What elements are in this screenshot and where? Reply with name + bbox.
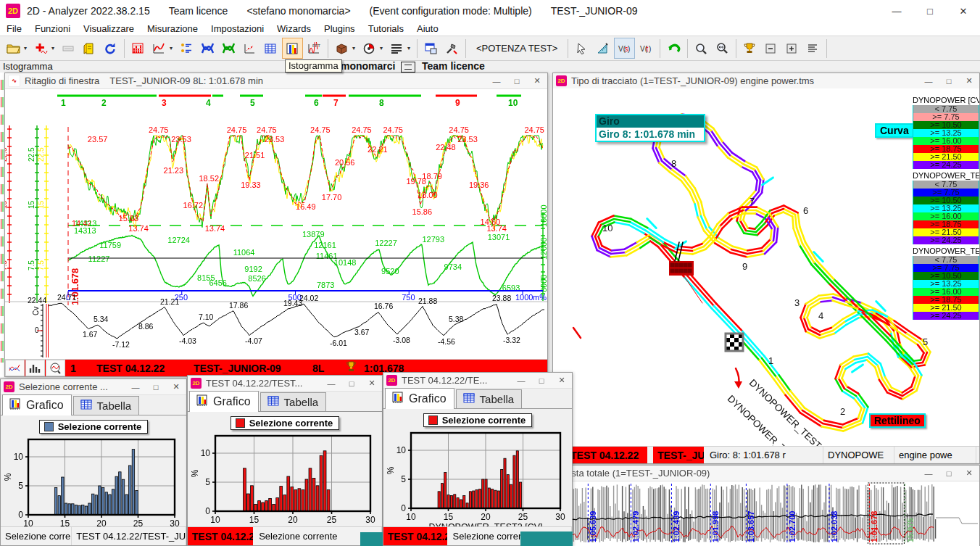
main-chart-canvas[interactable] bbox=[5, 89, 547, 360]
trophy-icon[interactable] bbox=[740, 38, 760, 58]
close-button[interactable]: ✕ bbox=[166, 379, 186, 394]
menu-item-plugins[interactable]: Plugins bbox=[317, 23, 362, 34]
tab-tabella[interactable]: Tabella bbox=[73, 396, 140, 415]
histogram-titlebar[interactable]: 2DSelezione corrente ...—□✕ bbox=[1, 379, 186, 395]
svg-text:30: 30 bbox=[555, 512, 565, 522]
menu-item-impostazioni[interactable]: Impostazioni bbox=[204, 23, 270, 34]
tool-settings-icon[interactable] bbox=[442, 38, 462, 58]
target-red-icon[interactable] bbox=[360, 38, 379, 58]
minimize-button[interactable]: — bbox=[918, 73, 939, 88]
zoom-width-icon[interactable] bbox=[713, 38, 732, 58]
tab-grafico[interactable]: Grafico bbox=[189, 391, 259, 412]
undo-green-icon[interactable] bbox=[664, 38, 684, 58]
menu-item-funzioni[interactable]: Funzioni bbox=[28, 23, 77, 34]
save-window-icon[interactable] bbox=[421, 38, 441, 58]
histogram-bar bbox=[122, 479, 124, 515]
histogram-chart[interactable]: 10152025300510DYNOPOWER_TEST2 [CV]% bbox=[386, 430, 569, 539]
vista-chart-canvas[interactable] bbox=[553, 481, 979, 546]
menu-item-wizards[interactable]: Wizards bbox=[270, 23, 317, 34]
menu-item-misurazione[interactable]: Misurazione bbox=[141, 23, 204, 34]
maximize-button[interactable]: □ bbox=[507, 73, 527, 88]
vs-tool-icon[interactable]: V(s) bbox=[614, 38, 635, 59]
row-lines-icon[interactable] bbox=[387, 38, 407, 58]
histogram-titlebar[interactable]: 2DTEST 04.12.22/TE...—□✕ bbox=[383, 373, 572, 389]
vista-titlebar[interactable]: Vista totale (1=TEST-_JUNIOR-09) — □ ✕ bbox=[553, 466, 979, 481]
minus-box-icon[interactable] bbox=[761, 38, 781, 58]
mini-zoom-icon[interactable] bbox=[46, 360, 65, 376]
xy-green-icon[interactable] bbox=[219, 38, 238, 58]
minimize-button[interactable]: — bbox=[918, 466, 939, 481]
close-button[interactable]: ✕ bbox=[947, 0, 980, 22]
scatter-icon[interactable] bbox=[240, 38, 259, 58]
plus-box-icon[interactable] bbox=[782, 38, 802, 58]
close-button[interactable]: ✕ bbox=[527, 73, 547, 88]
add-curve-icon[interactable] bbox=[31, 38, 51, 58]
menu-item-tutorials[interactable]: Tutorials bbox=[362, 23, 410, 34]
open-folder-icon[interactable] bbox=[4, 38, 23, 58]
maximize-button[interactable]: □ bbox=[341, 376, 362, 391]
close-button[interactable]: ✕ bbox=[362, 376, 382, 391]
minimize-button[interactable]: — bbox=[125, 379, 146, 394]
tab-grafico[interactable]: Grafico bbox=[385, 388, 454, 409]
series-legend: Selezione corrente bbox=[231, 416, 340, 430]
maximize-button[interactable]: □ bbox=[939, 466, 959, 481]
curva-button[interactable]: Curva bbox=[875, 123, 914, 138]
menu-item-visualizzare[interactable]: Visualizzare bbox=[77, 23, 141, 34]
tab-grafico[interactable]: Grafico bbox=[2, 394, 72, 415]
close-button[interactable]: ✕ bbox=[959, 73, 979, 88]
status-cell: 8L bbox=[308, 360, 339, 376]
event-selector[interactable]: <POTENZA TEST> bbox=[469, 43, 565, 54]
histo-red-icon[interactable] bbox=[128, 38, 148, 58]
reload-blue-icon[interactable] bbox=[101, 38, 120, 58]
measure-disabled-icon[interactable] bbox=[59, 38, 78, 58]
menu-item-aiuto[interactable]: Aiuto bbox=[410, 23, 445, 34]
minimize-button[interactable]: — bbox=[880, 0, 913, 22]
svg-text:10: 10 bbox=[406, 512, 416, 522]
histogram-bar bbox=[312, 478, 315, 511]
rettilineo-button[interactable]: Rettilineo bbox=[869, 413, 926, 428]
close-button[interactable]: ✕ bbox=[552, 373, 572, 388]
grafico-icon bbox=[391, 391, 405, 407]
zoom-icon[interactable] bbox=[692, 38, 711, 58]
open-folder-dropdown-arrow[interactable]: ▾ bbox=[24, 38, 30, 58]
mini-curves-icon[interactable] bbox=[5, 360, 25, 376]
ruler-icon[interactable] bbox=[593, 38, 612, 58]
align-list-icon[interactable] bbox=[803, 38, 823, 58]
menu-item-file[interactable]: File bbox=[0, 23, 28, 34]
histogram-chart[interactable]: 10152025300510DYNOPOWER_TEST [CV]% bbox=[191, 433, 379, 542]
minimize-button[interactable]: — bbox=[511, 373, 531, 388]
tab-tabella[interactable]: Tabella bbox=[260, 392, 327, 411]
legend-row: >= 24.25 bbox=[913, 236, 979, 244]
maximize-button[interactable]: □ bbox=[939, 73, 959, 88]
minimize-button[interactable]: — bbox=[486, 73, 507, 88]
mini-histo-icon[interactable] bbox=[25, 360, 45, 376]
ritaglio-titlebar[interactable]: ∿ Ritaglio di finestra TEST-_JUNIOR-09 8… bbox=[5, 73, 547, 89]
row-lines-dropdown-arrow[interactable]: ▾ bbox=[407, 38, 414, 58]
histogram-tool-icon[interactable] bbox=[282, 38, 303, 59]
channel-list-icon[interactable] bbox=[177, 38, 196, 58]
maximize-button[interactable]: □ bbox=[531, 373, 552, 388]
close-button[interactable]: ✕ bbox=[959, 466, 979, 481]
legend-1: DYNOPOWER [CV]< 7.75>= 7.75>= 10.50>= 13… bbox=[913, 96, 979, 169]
cube-brown-dropdown-arrow[interactable]: ▾ bbox=[352, 38, 359, 58]
curve-red-dropdown-arrow[interactable]: ▾ bbox=[170, 38, 176, 58]
data-table-icon[interactable] bbox=[261, 38, 281, 58]
vt-tool-icon[interactable]: V(t) bbox=[636, 38, 656, 58]
pointer-icon[interactable] bbox=[572, 38, 591, 58]
target-red-dropdown-arrow[interactable]: ▾ bbox=[380, 38, 386, 58]
add-curve-dropdown-arrow[interactable]: ▾ bbox=[51, 38, 58, 58]
cube-brown-icon[interactable] bbox=[332, 38, 352, 58]
histogram-titlebar[interactable]: 2DTEST 04.12.22/TEST...—□✕ bbox=[188, 376, 382, 392]
fft-icon[interactable]: FFT bbox=[304, 38, 324, 58]
curve-red-icon[interactable] bbox=[149, 38, 169, 58]
tab-tabella[interactable]: Tabella bbox=[456, 389, 523, 408]
minimize-button[interactable]: — bbox=[321, 376, 341, 391]
book-yellow-icon[interactable] bbox=[80, 38, 99, 58]
track-titlebar[interactable]: 2D Tipo di tracciato (1=TEST-_JUNIOR-09)… bbox=[553, 73, 979, 89]
track-map-area[interactable]: Giro Giro 8: 1:01.678 min Curva Rettilin… bbox=[553, 88, 979, 447]
maximize-button[interactable]: □ bbox=[913, 0, 947, 22]
maximize-button[interactable]: □ bbox=[146, 379, 166, 394]
tabella-icon bbox=[80, 398, 94, 413]
giro-info-box[interactable]: Giro Giro 8: 1:01.678 min bbox=[595, 114, 705, 142]
xy-blue-icon[interactable] bbox=[198, 38, 217, 58]
